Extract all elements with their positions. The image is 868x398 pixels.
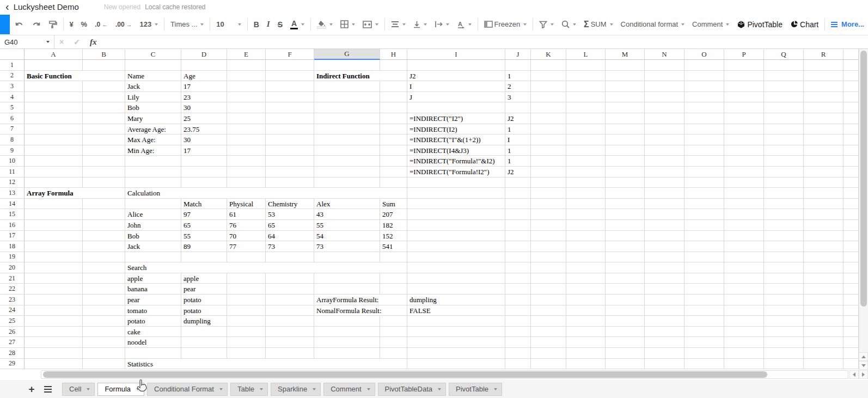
more-button[interactable]: More... — [827, 17, 868, 32]
cell[interactable] — [764, 241, 804, 252]
cell[interactable] — [314, 113, 380, 124]
cell[interactable] — [606, 177, 645, 188]
cell[interactable] — [843, 102, 859, 113]
cell[interactable] — [566, 71, 606, 82]
sheet-tab-formula[interactable]: Formula — [97, 383, 144, 396]
cell[interactable] — [843, 188, 859, 199]
cell-C23[interactable]: pear — [125, 295, 181, 305]
cell[interactable] — [83, 209, 125, 220]
cell[interactable] — [83, 156, 125, 167]
sheet-tab-pivottabledata[interactable]: PivotTableData — [378, 383, 446, 396]
search-button[interactable] — [558, 17, 580, 32]
cell[interactable] — [804, 295, 843, 305]
cell[interactable] — [645, 156, 684, 167]
row-header-24[interactable]: 24 — [0, 305, 25, 316]
cell[interactable] — [645, 167, 684, 177]
cell[interactable] — [684, 209, 724, 220]
cell-A13[interactable]: Array Formula — [25, 188, 125, 199]
cell-C15[interactable]: Alice — [125, 209, 181, 220]
cell[interactable] — [566, 145, 606, 156]
cell[interactable] — [181, 252, 227, 263]
cell[interactable] — [531, 348, 566, 359]
cell[interactable] — [566, 231, 606, 242]
cell-D14[interactable]: Match — [181, 199, 227, 210]
cell-D25[interactable]: dumpling — [181, 316, 227, 327]
cell[interactable] — [266, 71, 314, 82]
text-color-button[interactable]: A — [286, 17, 308, 32]
cell[interactable] — [645, 220, 684, 231]
cell[interactable] — [314, 316, 380, 327]
cell[interactable] — [531, 156, 566, 167]
cell[interactable] — [407, 284, 505, 295]
cell-D6[interactable]: 25 — [181, 113, 227, 124]
row-header-11[interactable]: 11 — [0, 167, 25, 177]
cell[interactable] — [83, 81, 125, 92]
cell[interactable] — [684, 145, 724, 156]
cell[interactable] — [764, 209, 804, 220]
vertical-scrollbar[interactable] — [859, 49, 868, 352]
cell[interactable] — [25, 124, 83, 135]
column-header-H[interactable]: H — [380, 49, 407, 60]
cell[interactable] — [804, 177, 843, 188]
cell[interactable] — [181, 348, 227, 359]
cell[interactable] — [314, 348, 380, 359]
redo-button[interactable] — [28, 17, 45, 32]
cell-D22[interactable]: pear — [181, 284, 227, 295]
cell-I10[interactable]: =INDIRECT("Formula!"&I2) — [407, 156, 505, 167]
cell[interactable] — [266, 124, 314, 135]
cell[interactable] — [407, 209, 505, 220]
cell[interactable] — [764, 252, 804, 263]
cell-J10[interactable]: 1 — [505, 156, 531, 167]
cell[interactable] — [606, 252, 645, 263]
cell[interactable] — [724, 316, 764, 327]
borders-button[interactable] — [337, 17, 359, 32]
filter-button[interactable] — [535, 17, 558, 32]
cell[interactable] — [25, 113, 83, 124]
formula-input[interactable] — [101, 35, 868, 48]
cell[interactable] — [566, 199, 606, 210]
cell-C25[interactable]: potato — [125, 316, 181, 327]
cell-G23[interactable]: ArrayFormula Result: — [314, 295, 407, 305]
cell[interactable] — [804, 113, 843, 124]
cell[interactable] — [724, 252, 764, 263]
cell[interactable] — [407, 220, 505, 231]
cell-E16[interactable]: 76 — [227, 220, 266, 231]
cell-C5[interactable]: Bob — [125, 102, 181, 113]
cell-I6[interactable]: =INDIRECT("I2") — [407, 113, 505, 124]
cell[interactable] — [227, 305, 266, 316]
cell-G16[interactable]: 55 — [314, 220, 380, 231]
cell[interactable] — [25, 209, 83, 220]
cell[interactable] — [843, 241, 859, 252]
cell[interactable] — [804, 134, 843, 145]
cell[interactable] — [684, 327, 724, 338]
cell[interactable] — [606, 145, 645, 156]
decrease-decimal-button[interactable]: .0← — [91, 17, 112, 32]
cell[interactable] — [606, 209, 645, 220]
cell-H18[interactable]: 541 — [380, 241, 407, 252]
cell[interactable] — [764, 145, 804, 156]
cell[interactable] — [566, 134, 606, 145]
cell[interactable] — [125, 177, 181, 188]
cell-I8[interactable]: =INDIRECT("I"&(1+2)) — [407, 134, 505, 145]
cell[interactable] — [606, 348, 645, 359]
cell[interactable] — [684, 188, 724, 199]
cell[interactable] — [645, 145, 684, 156]
cell[interactable] — [724, 220, 764, 231]
row-header-18[interactable]: 18 — [0, 241, 25, 252]
cell[interactable] — [531, 167, 566, 177]
cell[interactable] — [531, 145, 566, 156]
cell-C6[interactable]: Mary — [125, 113, 181, 124]
row-header-25[interactable]: 25 — [0, 316, 25, 327]
cell[interactable] — [125, 167, 181, 177]
cell-I9[interactable]: =INDIRECT(I4&J3) — [407, 145, 505, 156]
cell[interactable] — [684, 124, 724, 135]
cell-F14[interactable]: Chemistry — [266, 199, 314, 210]
cell[interactable] — [531, 60, 566, 71]
cell[interactable] — [764, 359, 804, 370]
cell[interactable] — [505, 177, 531, 188]
cell[interactable] — [227, 60, 266, 71]
cell[interactable] — [25, 92, 83, 103]
cell[interactable] — [314, 167, 380, 177]
row-header-23[interactable]: 23 — [0, 295, 25, 305]
cell[interactable] — [645, 124, 684, 135]
